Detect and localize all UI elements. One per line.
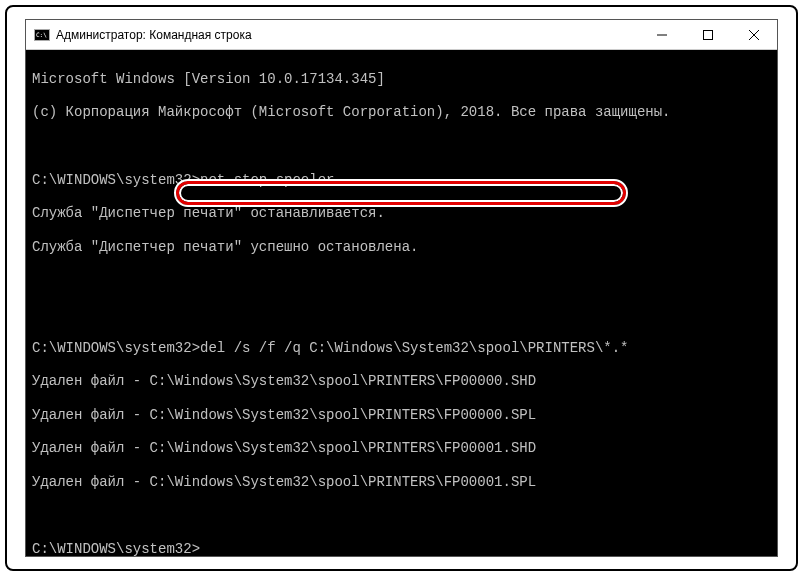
terminal-line: Удален файл - C:\Windows\System32\spool\… [32,474,771,491]
terminal-line: Удален файл - C:\Windows\System32\spool\… [32,440,771,457]
terminal-line: C:\WINDOWS\system32>net stop spooler [32,172,771,189]
maximize-button[interactable] [685,20,731,49]
terminal-line: C:\WINDOWS\system32>del /s /f /q C:\Wind… [32,340,771,357]
terminal-line: Microsoft Windows [Version 10.0.17134.34… [32,71,771,88]
terminal-line [32,272,771,289]
titlebar[interactable]: Администратор: Командная строка [26,20,777,50]
screenshot-frame: Администратор: Командная строка Microsof… [5,5,798,571]
terminal-line [32,508,771,525]
minimize-button[interactable] [639,20,685,49]
cmd-icon [34,29,50,41]
close-button[interactable] [731,20,777,49]
terminal-line: Служба "Диспетчер печати" успешно остано… [32,239,771,256]
terminal-line: Служба "Диспетчер печати" останавливаетс… [32,205,771,222]
terminal-body[interactable]: Microsoft Windows [Version 10.0.17134.34… [26,50,777,556]
window-title: Администратор: Командная строка [56,28,252,42]
window-controls [639,20,777,49]
terminal-line: (c) Корпорация Майкрософт (Microsoft Cor… [32,104,771,121]
terminal-line [32,138,771,155]
terminal-line: C:\WINDOWS\system32> [32,541,771,556]
cmd-window: Администратор: Командная строка Microsof… [25,19,778,557]
terminal-line [32,306,771,323]
terminal-line: Удален файл - C:\Windows\System32\spool\… [32,407,771,424]
terminal-line: Удален файл - C:\Windows\System32\spool\… [32,373,771,390]
svg-rect-1 [704,30,713,39]
